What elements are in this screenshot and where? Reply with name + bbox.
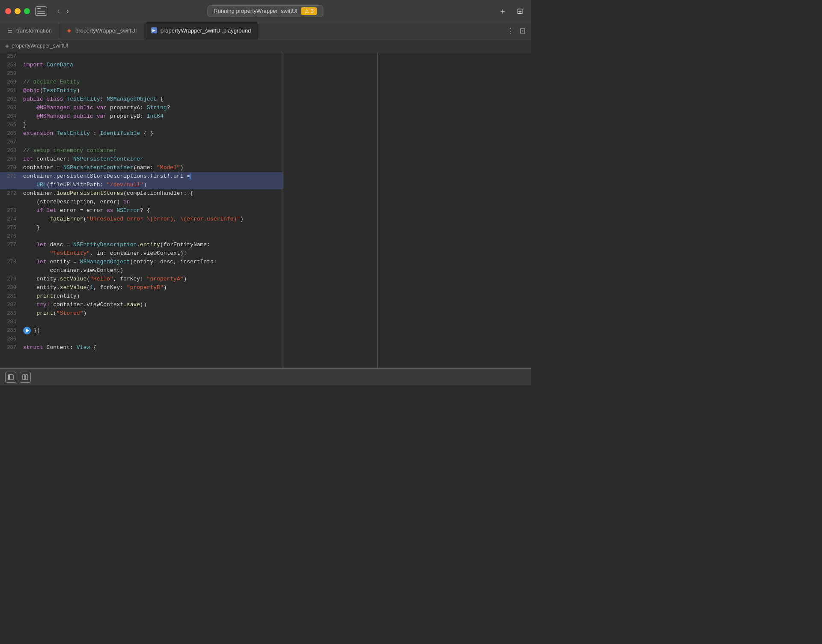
code-line-267: 267 (0, 138, 283, 146)
tab-label: propertyWrapper_swiftUI (75, 27, 137, 34)
title-center: Running propertyWrapper_swiftUI ⚠ 3 (207, 5, 323, 17)
tabs-bar: ☰ transformation ◈ propertyWrapper_swift… (0, 22, 531, 39)
code-line-271b: URL(fileURLWithPath: "/dev/null") (0, 181, 283, 189)
code-line-270: 270 container = NSPersistentContainer(na… (0, 164, 283, 172)
filepath-bar: ◈ propertyWrapper_swiftUI (0, 39, 531, 52)
warning-count: 3 (311, 8, 314, 14)
code-line-264: 264 @NSManaged public var propertyB: Int… (0, 112, 283, 121)
svg-rect-1 (8, 375, 10, 380)
code-line-281: 281 print(entity) (0, 292, 283, 301)
nav-arrows: ‹ › (55, 6, 71, 16)
tab-label: propertyWrapper_swiftUI.playground (161, 27, 251, 34)
running-label: Running propertyWrapper_swiftUI (214, 8, 298, 14)
layout-button[interactable]: ⊞ (514, 5, 526, 17)
split-icon (22, 374, 28, 380)
file-icon: ☰ (7, 28, 13, 34)
code-line-273: 273 if let error = error as NSError? { (0, 206, 283, 215)
title-right: ＋ ⊞ (497, 5, 526, 17)
code-line-274: 274 fatalError("Unresolved error \(error… (0, 215, 283, 224)
maximize-button[interactable] (24, 8, 30, 14)
code-line-269: 269 let container: NSPersistentContainer (0, 155, 283, 164)
code-line-284: 284 (0, 318, 283, 326)
code-line-266: 266 extension TestEntity : Identifiable … (0, 129, 283, 138)
split-editor-button[interactable]: ⊡ (519, 26, 526, 36)
code-line-282: 282 try! container.viewContext.save() (0, 301, 283, 309)
svg-rect-2 (23, 375, 25, 380)
forward-button[interactable]: › (64, 6, 71, 16)
code-editor[interactable]: 257 258 import CoreData 259 260 // decla… (0, 52, 283, 368)
code-line-277: 277 let desc = NSEntityDescription.entit… (0, 241, 283, 249)
code-line-276: 276 (0, 232, 283, 241)
code-line-268: 268 // setup in-memory container (0, 146, 283, 155)
code-line-265: 265 } (0, 121, 283, 129)
code-line-257: 257 (0, 52, 283, 61)
code-line-272b: (storeDescription, error) in (0, 198, 283, 206)
code-line-259: 259 (0, 69, 283, 78)
code-line-262: 262 public class TestEntity: NSManagedOb… (0, 95, 283, 104)
code-line-278: 278 let entity = NSManagedObject(entity:… (0, 258, 283, 266)
code-line-272: 272 container.loadPersistentStores(compl… (0, 189, 283, 198)
hide-icon (8, 374, 14, 380)
preview-panel (378, 52, 531, 368)
sidebar-toggle-icon (37, 8, 45, 14)
tab-label: transformation (16, 27, 52, 34)
code-line-286: 286 (0, 335, 283, 343)
running-badge: Running propertyWrapper_swiftUI ⚠ 3 (207, 5, 323, 17)
code-lines: 257 258 import CoreData 259 260 // decla… (0, 52, 283, 352)
editor-container: 257 258 import CoreData 259 260 // decla… (0, 52, 531, 368)
sidebar-toggle-button[interactable] (35, 6, 47, 16)
code-line-271: 271 container.persistentStoreDescription… (0, 172, 283, 181)
svg-rect-3 (26, 375, 28, 380)
code-line-287: 287 struct Content: View { (0, 343, 283, 352)
code-line-258: 258 import CoreData (0, 61, 283, 69)
title-bar: ‹ › Running propertyWrapper_swiftUI ⚠ 3 … (0, 0, 531, 22)
back-button[interactable]: ‹ (55, 6, 62, 16)
bottom-bar (0, 368, 531, 385)
swift-file-icon: ◈ (66, 28, 72, 34)
code-line-283: 283 print("Stored") (0, 309, 283, 318)
code-line-263: 263 @NSManaged public var propertyA: Str… (0, 104, 283, 112)
code-line-285: 285 }) (0, 326, 283, 335)
traffic-lights (5, 8, 30, 14)
tab-transformation[interactable]: ☰ transformation (0, 22, 59, 39)
tabs-right: ⋮ ⊡ (506, 22, 531, 39)
code-line-279: 279 entity.setValue("Hello", forKey: "pr… (0, 275, 283, 283)
hide-panel-button[interactable] (5, 372, 16, 383)
split-editor-bottom-button[interactable] (20, 372, 31, 383)
tab-propertyWrapper-swiftUI[interactable]: ◈ propertyWrapper_swiftUI (59, 22, 144, 39)
run-button[interactable] (23, 327, 31, 334)
code-line-277b: "TestEntity", in: container.viewContext)… (0, 249, 283, 258)
file-path-icon: ◈ (5, 43, 9, 49)
code-line-261: 261 @objc(TestEntity) (0, 86, 283, 95)
editor-options-button[interactable]: ⋮ (506, 26, 514, 36)
code-line-278b: container.viewContext) (0, 266, 283, 275)
right-panels (283, 52, 531, 368)
minimize-button[interactable] (15, 8, 21, 14)
playground-icon: ▶ (151, 27, 157, 33)
warning-badge: ⚠ 3 (301, 7, 317, 15)
results-panel (283, 52, 377, 368)
close-button[interactable] (5, 8, 11, 14)
filepath-label: propertyWrapper_swiftUI (12, 43, 68, 49)
warning-icon: ⚠ (304, 8, 309, 14)
code-line-275: 275 } (0, 224, 283, 232)
code-line-280: 280 entity.setValue(1, forKey: "property… (0, 283, 283, 292)
tab-propertyWrapper-playground[interactable]: ▶ propertyWrapper_swiftUI.playground (144, 22, 258, 39)
add-tab-button[interactable]: ＋ (497, 5, 509, 17)
code-line-260: 260 // declare Entity (0, 78, 283, 86)
